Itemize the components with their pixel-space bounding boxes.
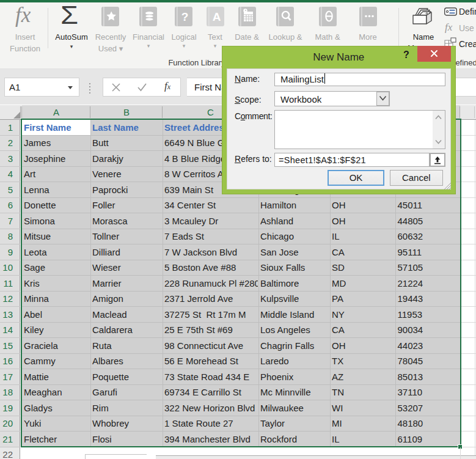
svg-text:?: ? <box>181 10 189 23</box>
svg-text:A: A <box>213 10 221 23</box>
